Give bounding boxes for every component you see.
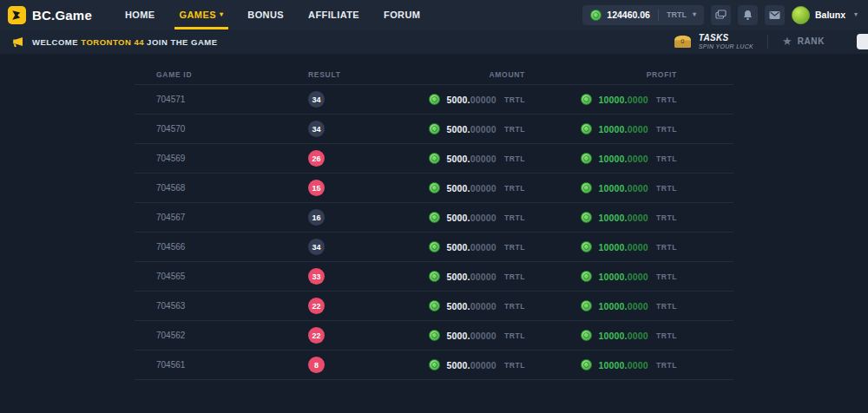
- table-row[interactable]: 704568 15 5000.00000 TRTL 10000.0000 TRT…: [135, 174, 733, 203]
- amount-cell: 5000.00000 TRTL: [425, 241, 525, 252]
- bell-icon: [742, 10, 753, 21]
- balance-amount: 124460.06: [607, 10, 650, 20]
- nav-item-affiliate[interactable]: AFFILIATE: [296, 0, 372, 30]
- notifications-button[interactable]: [738, 5, 758, 25]
- trtl-coin-icon: [581, 330, 592, 341]
- table-row[interactable]: 704565 33 5000.00000 TRTL 10000.0000 TRT…: [135, 262, 733, 292]
- bets-table: GAME ID RESULT AMOUNT PROFIT 704571 34 5…: [135, 65, 733, 380]
- star-icon: ★: [782, 36, 792, 47]
- profit-cell: 10000.0000 TRTL: [525, 300, 677, 311]
- game-id: 704568: [135, 183, 286, 193]
- profit-cell: 10000.0000 TRTL: [525, 182, 677, 193]
- wallet-button[interactable]: [711, 5, 731, 25]
- result-cell: 16: [286, 209, 425, 226]
- nav-label-games: GAMES: [180, 10, 216, 20]
- amount-value: 5000.00000: [446, 183, 496, 193]
- trtl-coin-icon: [429, 330, 440, 341]
- profit-value: 10000.0000: [598, 360, 648, 370]
- table-row[interactable]: 704562 22 5000.00000 TRTL 10000.0000 TRT…: [135, 321, 733, 351]
- chevron-down-icon: ▾: [693, 11, 696, 18]
- welcome-username: TORONTON 44: [81, 37, 144, 47]
- side-panel-handle[interactable]: [857, 34, 868, 49]
- amount-currency: TRTL: [504, 125, 525, 134]
- amount-cell: 5000.00000 TRTL: [425, 123, 525, 134]
- user-menu[interactable]: Balunx ▾: [792, 6, 858, 24]
- nav-label-bonus: BONUS: [247, 10, 284, 20]
- profit-currency: TRTL: [656, 243, 677, 252]
- column-header-amount: AMOUNT: [425, 70, 525, 79]
- profit-cell: 10000.0000 TRTL: [525, 212, 677, 223]
- amount-currency: TRTL: [504, 302, 525, 311]
- profit-cell: 10000.0000 TRTL: [525, 241, 677, 252]
- table-row[interactable]: 704566 34 5000.00000 TRTL 10000.0000 TRT…: [135, 233, 733, 262]
- logo[interactable]: BC.Game: [0, 6, 92, 24]
- amount-currency: TRTL: [504, 213, 525, 222]
- column-header-result: RESULT: [286, 70, 425, 79]
- game-id: 704567: [135, 213, 286, 222]
- game-id: 704566: [135, 242, 286, 252]
- welcome-banner: WELCOME TORONTON 44 JOIN THE GAME TASKS …: [0, 30, 868, 54]
- main-content: GAME ID RESULT AMOUNT PROFIT 704571 34 5…: [0, 54, 868, 380]
- trtl-coin-icon: [590, 10, 602, 21]
- result-cell: 22: [286, 298, 425, 314]
- table-row[interactable]: 704561 8 5000.00000 TRTL 10000.0000 TRTL: [135, 351, 733, 380]
- amount-cell: 5000.00000 TRTL: [425, 153, 525, 164]
- trtl-coin-icon: [581, 271, 592, 282]
- game-id: 704569: [135, 154, 286, 163]
- main-nav: HOME GAMES ▾ BONUS AFFILIATE FORUM: [113, 0, 432, 30]
- amount-cell: 5000.00000 TRTL: [425, 212, 525, 223]
- trtl-coin-icon: [429, 153, 440, 164]
- trtl-coin-icon: [581, 94, 592, 105]
- table-row[interactable]: 704571 34 5000.00000 TRTL 10000.0000 TRT…: [135, 85, 733, 115]
- amount-currency: TRTL: [504, 95, 525, 104]
- profit-value: 10000.0000: [598, 183, 648, 193]
- currency-label: TRTL: [667, 10, 687, 19]
- result-cell: 22: [286, 327, 425, 344]
- balance-currency: TRTL ▾: [667, 10, 696, 19]
- trtl-coin-icon: [581, 212, 592, 223]
- result-badge: 34: [308, 239, 325, 255]
- amount-currency: TRTL: [504, 243, 525, 252]
- table-row[interactable]: 704567 16 5000.00000 TRTL 10000.0000 TRT…: [135, 203, 733, 233]
- profit-cell: 10000.0000 TRTL: [525, 94, 677, 105]
- banner-right: TASKS SPIN YOUR LUCK ★ RANK: [674, 33, 868, 50]
- column-header-profit: PROFIT: [525, 70, 677, 79]
- game-id: 704565: [135, 272, 286, 281]
- tasks-title: TASKS: [699, 33, 753, 43]
- amount-currency: TRTL: [504, 184, 525, 193]
- profit-cell: 10000.0000 TRTL: [525, 271, 677, 282]
- nav-item-home[interactable]: HOME: [113, 0, 168, 30]
- profit-cell: 10000.0000 TRTL: [525, 359, 677, 370]
- profit-currency: TRTL: [656, 272, 677, 281]
- result-cell: 34: [286, 91, 425, 108]
- trtl-coin-icon: [581, 153, 592, 164]
- table-row[interactable]: 704570 34 5000.00000 TRTL 10000.0000 TRT…: [135, 115, 733, 144]
- balance-selector[interactable]: 124460.06 TRTL ▾: [582, 5, 704, 25]
- profit-currency: TRTL: [656, 213, 677, 222]
- trtl-coin-icon: [429, 359, 440, 370]
- result-badge: 15: [308, 180, 325, 196]
- profit-value: 10000.0000: [598, 213, 648, 223]
- trtl-coin-icon: [581, 300, 592, 311]
- nav-item-games[interactable]: GAMES ▾: [168, 0, 236, 30]
- nav-item-forum[interactable]: FORUM: [372, 0, 432, 30]
- nav-item-bonus[interactable]: BONUS: [235, 0, 296, 30]
- nav-label-home: HOME: [125, 10, 155, 20]
- profit-cell: 10000.0000 TRTL: [525, 123, 677, 134]
- rank-button[interactable]: ★ RANK: [782, 36, 825, 47]
- divider: [767, 35, 768, 49]
- topbar-right: 124460.06 TRTL ▾: [582, 5, 868, 25]
- tasks-button[interactable]: TASKS SPIN YOUR LUCK: [674, 33, 753, 50]
- table-row[interactable]: 704569 26 5000.00000 TRTL 10000.0000 TRT…: [135, 144, 733, 174]
- amount-value: 5000.00000: [446, 95, 496, 105]
- profit-cell: 10000.0000 TRTL: [525, 330, 677, 341]
- trtl-coin-icon: [581, 182, 592, 193]
- rank-label: RANK: [798, 36, 825, 46]
- amount-value: 5000.00000: [446, 360, 496, 370]
- trtl-coin-icon: [581, 241, 592, 252]
- table-row[interactable]: 704563 22 5000.00000 TRTL 10000.0000 TRT…: [135, 292, 733, 321]
- messages-button[interactable]: [765, 5, 785, 25]
- banner-left: WELCOME TORONTON 44 JOIN THE GAME: [0, 36, 218, 48]
- table-body: 704571 34 5000.00000 TRTL 10000.0000 TRT…: [135, 85, 733, 380]
- result-badge: 26: [308, 150, 325, 167]
